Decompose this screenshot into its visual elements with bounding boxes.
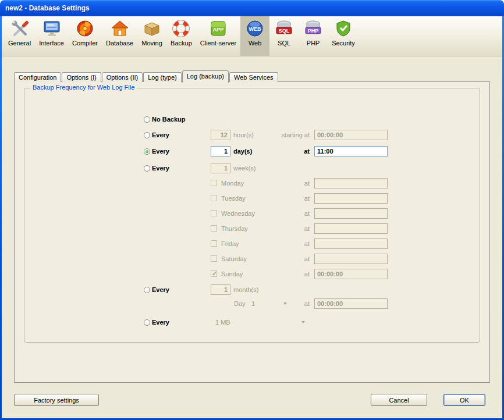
friday-checkbox[interactable] (211, 240, 217, 247)
tab-web-services[interactable]: Web Services (229, 72, 278, 82)
no-backup-radio[interactable] (144, 116, 150, 123)
tuesday-checkbox[interactable] (211, 195, 217, 201)
months-value-input[interactable] (211, 284, 230, 295)
toolbar-item-web[interactable]: WEB Web (240, 16, 269, 56)
saturday-label[interactable]: Saturday (221, 255, 247, 262)
hourly-row: Every hour(s) starting at (24, 130, 480, 141)
tab-label: Configuration (19, 74, 56, 81)
toolbar-item-interface[interactable]: Interface (35, 16, 68, 56)
size-dropdown-arrow-icon[interactable] (301, 321, 305, 323)
monitor-icon (42, 19, 61, 38)
svg-text:SQL: SQL (279, 28, 290, 34)
titlebar[interactable]: new2 - Database Settings (0, 0, 504, 16)
toolbar-item-php[interactable]: PHP PHP (299, 16, 328, 56)
toolbar-item-label: Moving (141, 40, 162, 47)
tab-label: Options (II) (107, 74, 138, 81)
every-size-label[interactable]: Every (152, 319, 169, 326)
sunday-at-label: at (246, 270, 310, 277)
tab-options-2[interactable]: Options (II) (102, 72, 143, 82)
monday-label[interactable]: Monday (221, 180, 244, 187)
toolbar-item-compiler[interactable]: Compiler (68, 16, 102, 56)
friday-time-input[interactable] (314, 239, 388, 249)
sunday-label[interactable]: Sunday (221, 270, 243, 277)
saturday-time-input[interactable] (314, 254, 388, 264)
weeks-value-input[interactable] (211, 163, 230, 173)
days-time-input[interactable] (314, 146, 388, 156)
php-badge-icon: PHP (304, 19, 322, 38)
wednesday-at-label: at (246, 210, 310, 217)
toolbar-item-backup[interactable]: Backup (166, 16, 196, 56)
friday-label[interactable]: Friday (221, 240, 239, 247)
web-globe-icon: WEB (246, 19, 264, 38)
tab-log-backup[interactable]: Log (backup) (182, 70, 229, 83)
sunday-checkbox[interactable] (211, 270, 217, 277)
tab-label: Log (type) (148, 74, 177, 81)
toolbar-item-label: General (8, 40, 31, 47)
weekly-row: Every week(s) (24, 163, 480, 175)
toolbar-item-sql[interactable]: SQL SQL (269, 16, 299, 56)
hours-value-input[interactable] (211, 130, 230, 140)
tab-log-type[interactable]: Log (type) (143, 72, 182, 82)
weeks-unit-label: week(s) (233, 165, 256, 172)
monday-at-label: at (246, 180, 310, 187)
toolbar-item-client-server[interactable]: APP Client-server (196, 16, 240, 56)
thursday-checkbox[interactable] (211, 225, 217, 232)
ok-button[interactable]: OK (443, 394, 485, 406)
wednesday-time-input[interactable] (314, 208, 388, 219)
weekday-row-thursday: Thursday at (24, 223, 480, 235)
tab-configuration[interactable]: Configuration (14, 72, 61, 82)
svg-text:APP: APP (213, 27, 224, 33)
tab-label: Options (I) (66, 74, 96, 81)
weekday-row-wednesday: Wednesday at (24, 208, 480, 220)
toolbar-item-database[interactable]: Database (102, 16, 137, 56)
every-size-radio[interactable] (144, 319, 150, 326)
every-hours-radio[interactable] (144, 132, 150, 138)
months-unit-label: month(s) (233, 286, 258, 293)
hours-time-input[interactable] (314, 130, 388, 140)
toolbar: General Interface Compiler (2, 16, 502, 56)
weekday-row-sunday: Sunday at (24, 269, 480, 280)
sunday-time-input[interactable] (314, 269, 388, 279)
factory-settings-button[interactable]: Factory settings (14, 394, 99, 406)
home-icon (111, 19, 129, 38)
every-months-radio[interactable] (144, 287, 150, 293)
tools-icon (10, 19, 29, 38)
tab-options-1[interactable]: Options (I) (62, 72, 101, 82)
every-days-radio[interactable] (144, 148, 150, 155)
toolbar-item-security[interactable]: Security (328, 16, 359, 56)
month-at-label: at (246, 300, 310, 307)
cancel-button[interactable]: Cancel (371, 394, 427, 406)
monday-checkbox[interactable] (211, 180, 217, 186)
every-months-label[interactable]: Every (152, 286, 169, 293)
monday-time-input[interactable] (314, 178, 388, 188)
weekday-row-friday: Friday at (24, 239, 480, 250)
lifesaver-icon (172, 19, 190, 38)
saturday-checkbox[interactable] (211, 255, 217, 262)
starting-at-label: starting at (246, 131, 310, 138)
toolbar-item-label: Security (332, 40, 355, 47)
tuesday-label[interactable]: Tuesday (221, 195, 246, 202)
friday-at-label: at (246, 240, 310, 247)
every-weeks-radio[interactable] (144, 165, 150, 172)
saturday-at-label: at (246, 255, 310, 262)
toolbar-item-moving[interactable]: Moving (137, 16, 166, 56)
every-weeks-label[interactable]: Every (152, 165, 169, 172)
svg-text:WEB: WEB (249, 26, 261, 32)
toolbar-item-label: SQL (278, 40, 290, 47)
days-value-input[interactable] (211, 146, 230, 156)
toolbar-item-general[interactable]: General (4, 16, 35, 56)
toolbar-item-label: Backup (171, 40, 192, 47)
thursday-time-input[interactable] (314, 223, 388, 234)
toolbar-item-label: Client-server (200, 40, 236, 47)
month-time-input[interactable] (314, 298, 388, 309)
weekday-row-tuesday: Tuesday at (24, 193, 480, 205)
every-days-label[interactable]: Every (152, 148, 169, 155)
no-backup-label[interactable]: No Backup (152, 116, 185, 123)
svg-text:PHP: PHP (308, 28, 319, 34)
wednesday-checkbox[interactable] (211, 210, 217, 216)
thursday-label[interactable]: Thursday (221, 225, 248, 232)
size-dropdown[interactable]: 1 MB (215, 319, 230, 326)
groupbox-title: Backup Frequency for Web Log File (30, 84, 137, 91)
every-hours-label[interactable]: Every (152, 131, 169, 138)
tuesday-time-input[interactable] (314, 193, 388, 204)
